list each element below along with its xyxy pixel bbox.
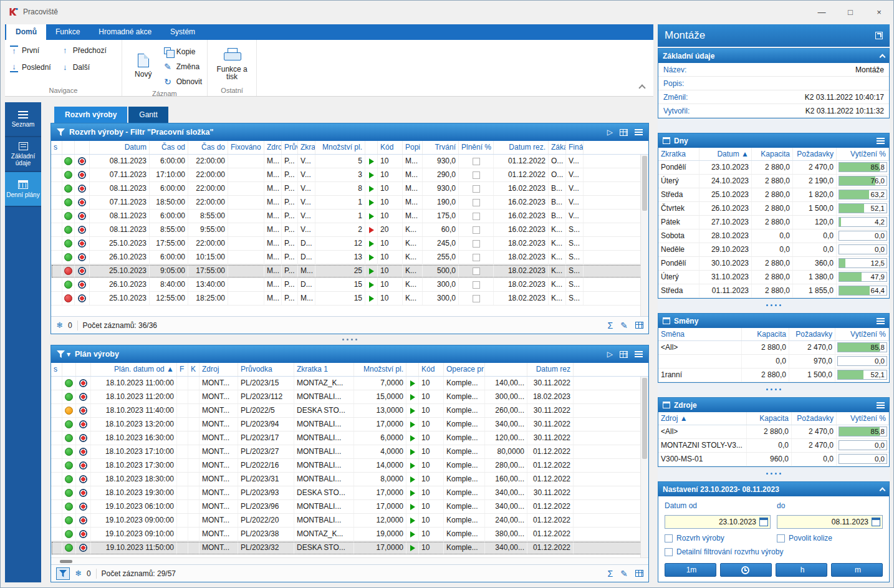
table-row[interactable]: 18.10.2023 19:30:00 MONT... PL/2023/93 D… <box>51 486 648 500</box>
table-row[interactable]: 08.11.2023 6:00:00 22:00:00 M... P... V.… <box>51 182 648 196</box>
checkbox[interactable] <box>473 199 480 206</box>
view-tab[interactable]: Gantt <box>128 107 168 123</box>
table-row[interactable]: <All> 2 880,0 2 470,0 85,8 <box>658 425 889 439</box>
table-row[interactable]: 07.11.2023 17:10:00 22:00:00 M... P... V… <box>51 168 648 182</box>
edit-pencil-icon[interactable]: ✎ <box>620 569 628 579</box>
column-header[interactable]: F <box>177 363 188 376</box>
table-row[interactable]: 07.11.2023 18:50:00 22:00:00 M... P... V… <box>51 196 648 210</box>
expand-icon[interactable] <box>875 32 883 39</box>
checkbox[interactable] <box>665 534 673 542</box>
column-header[interactable]: Datum rez <box>527 363 574 376</box>
column-header[interactable]: Vytížení % <box>837 412 889 425</box>
resources-header[interactable]: Zdroje <box>658 398 889 412</box>
checkbox[interactable] <box>473 295 480 302</box>
checkbox[interactable] <box>777 534 785 542</box>
table-icon[interactable] <box>620 351 628 358</box>
column-header[interactable] <box>62 363 76 376</box>
checkbox[interactable] <box>473 226 480 234</box>
column-header[interactable]: Kapacita <box>752 148 793 160</box>
column-header[interactable]: Kapacita <box>747 412 792 425</box>
table-row[interactable]: 18.10.2023 17:10:00 MONT... PL/2023/27 M… <box>51 445 648 459</box>
checkbox[interactable] <box>473 267 480 275</box>
edit-pencil-icon[interactable]: ✎ <box>620 321 628 330</box>
column-header[interactable]: K <box>188 363 199 376</box>
table-row[interactable]: 18.10.2023 16:30:00 MONT... PL/2023/17 M… <box>51 431 648 445</box>
column-header[interactable]: Trvání <box>423 141 459 154</box>
column-header[interactable] <box>76 363 91 376</box>
column-header[interactable]: Zkratka 1 <box>294 363 354 376</box>
table-row[interactable]: 18.10.2023 18:30:00 MONT... PL/2023/31 M… <box>51 473 648 486</box>
table-row[interactable]: 25.10.2023 17:55:00 22:00:00 M... P... D… <box>51 237 648 251</box>
column-header[interactable] <box>406 363 419 376</box>
column-header[interactable]: Požadavky <box>789 328 835 340</box>
column-header[interactable]: Zdro <box>264 141 282 154</box>
column-header[interactable]: Kód <box>378 141 403 154</box>
sidebar-item[interactable]: Seznam <box>5 102 41 136</box>
table-row[interactable]: Pondělí 23.10.2023 2 880,0 2 470,0 85,8 <box>658 161 889 175</box>
ribbon-tab[interactable]: Funkce <box>46 24 89 40</box>
table-row[interactable]: Čtvrtek 26.10.2023 2 880,0 1 500,0 52,1 <box>658 202 889 216</box>
table-row[interactable]: 18.10.2023 11:00:00 MONT... PL/2023/15 M… <box>51 377 648 390</box>
column-header[interactable]: Množství pl. <box>315 141 365 154</box>
column-header[interactable]: Datum <box>90 141 150 154</box>
column-header[interactable]: Popi <box>403 141 423 154</box>
table-row[interactable]: Středa 01.11.2023 2 880,0 1 855,0 64,4 <box>658 284 889 298</box>
table-row[interactable]: Středa 25.10.2023 2 880,0 1 820,0 63,2 <box>658 188 889 202</box>
menu-icon[interactable] <box>877 402 885 408</box>
shifts-header[interactable]: Směny <box>658 314 889 328</box>
copy-button[interactable]: Kopie <box>163 45 202 58</box>
column-header[interactable]: s <box>51 363 62 376</box>
ribbon-tab[interactable]: Hromadné akce <box>89 24 161 40</box>
ribbon-collapse-icon[interactable] <box>638 84 645 91</box>
table-row[interactable]: Sobota 28.10.2023 0,0 0,0 0,0 <box>658 229 889 243</box>
column-header[interactable]: Finá <box>566 141 584 154</box>
settings-header[interactable]: Nastavení 23.10.2023- 08.11.2023 <box>658 482 889 496</box>
column-header[interactable]: Množství pl. <box>354 363 406 376</box>
table-row[interactable]: 18.10.2023 11:20:00 MONT... PL/2023/112 … <box>51 390 648 404</box>
table-row[interactable]: 08.11.2023 6:00:00 8:55:00 M... P... V..… <box>51 210 648 223</box>
column-header[interactable]: Operace pr <box>444 363 485 376</box>
table-row[interactable]: <All> 2 880,0 2 470,0 85,8 <box>658 341 889 355</box>
column-header[interactable]: Průvodka <box>238 363 294 376</box>
column-header[interactable]: Vytížení % <box>837 148 889 160</box>
scrollbar-thumb[interactable] <box>642 156 647 211</box>
column-header[interactable]: Fixováno <box>228 141 264 154</box>
table-row[interactable]: 0,0 970,0 0,0 <box>658 355 889 369</box>
column-header[interactable]: Vytížení % <box>835 328 889 340</box>
filter-icon[interactable] <box>57 350 65 358</box>
table-row[interactable]: Pátek 27.10.2023 2 880,0 120,0 4,2 <box>658 216 889 229</box>
table-row[interactable]: 19.10.2023 06:10:00 MONT... PL/2023/96 M… <box>51 500 648 514</box>
column-header[interactable]: Kód <box>419 363 444 376</box>
column-header[interactable] <box>365 141 378 154</box>
table-row[interactable]: Neděle 29.10.2023 0,0 0,0 0,0 <box>658 243 889 257</box>
column-header[interactable]: Zdroj <box>199 363 238 376</box>
table-row[interactable]: 08.11.2023 6:00:00 22:00:00 M... P... V.… <box>51 155 648 168</box>
checkbox[interactable] <box>473 213 480 220</box>
grid-edit-icon[interactable] <box>635 570 643 577</box>
time-scale-button[interactable]: m <box>831 563 883 577</box>
table-row[interactable]: 18.10.2023 13:20:00 MONT... PL/2023/94 M… <box>51 418 648 431</box>
sidebar-item[interactable]: Denní plány <box>5 172 41 206</box>
column-header[interactable]: Plán. datum od ▲ <box>91 363 177 376</box>
snowflake-icon[interactable]: ❄ <box>56 321 63 330</box>
filter-icon[interactable] <box>57 128 65 136</box>
functions-print-button[interactable]: Funkce a tisk <box>213 44 251 85</box>
checkbox[interactable] <box>473 240 480 248</box>
column-header[interactable] <box>62 141 75 154</box>
table-row[interactable]: Úterý 24.10.2023 2 880,0 2 190,0 76,0 <box>658 175 889 188</box>
calendar-icon[interactable] <box>872 518 880 526</box>
checkbox[interactable] <box>473 171 480 179</box>
column-header[interactable] <box>485 363 527 376</box>
column-header[interactable]: Čas do <box>188 141 228 154</box>
chevron-down-icon[interactable]: ▾ <box>67 350 70 359</box>
date-from-input[interactable]: 23.10.2023 <box>665 515 771 529</box>
column-header[interactable]: Prův <box>282 141 298 154</box>
column-header[interactable]: Požadavky <box>792 412 837 425</box>
table-row[interactable]: V300-MS-01 960,0 0,0 0,0 <box>658 453 889 466</box>
refresh-button[interactable]: ↻ Obnovit <box>163 75 202 88</box>
calendar-icon[interactable] <box>759 518 768 526</box>
menu-icon[interactable] <box>635 129 643 135</box>
menu-icon[interactable] <box>635 351 643 357</box>
time-scale-button[interactable] <box>720 563 772 577</box>
column-header[interactable]: Zkratka <box>658 148 699 160</box>
